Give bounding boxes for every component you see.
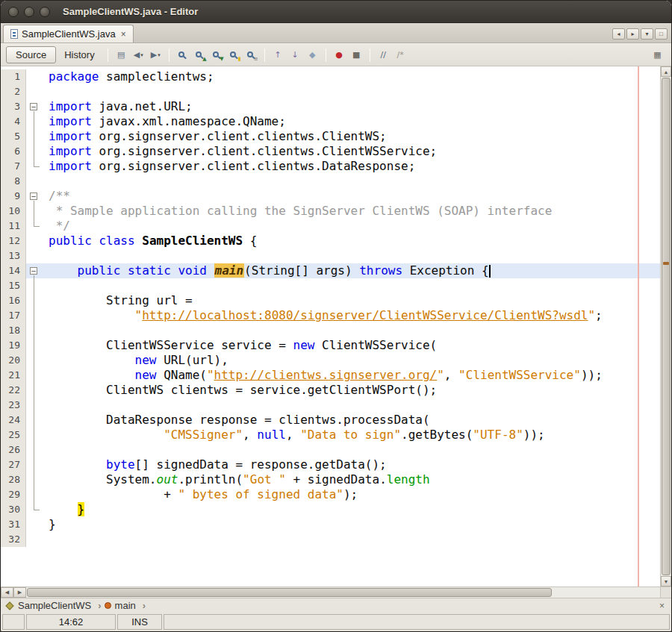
line-number[interactable]: 12 bbox=[1, 234, 26, 248]
code-line[interactable]: 25 "CMSSigner", null, "Data to sign".get… bbox=[1, 428, 660, 442]
code-line[interactable]: 21 new QName("http://clientws.signserver… bbox=[1, 368, 660, 383]
line-number[interactable]: 15 bbox=[1, 278, 26, 293]
source-view-button[interactable]: Source bbox=[6, 46, 56, 63]
code-line[interactable]: 10 * Sample application calling the Sign… bbox=[1, 204, 660, 219]
window-close-button[interactable] bbox=[8, 7, 19, 17]
next-bookmark-icon[interactable]: ↓ bbox=[287, 47, 304, 63]
comment-icon[interactable]: // bbox=[375, 47, 392, 63]
line-number[interactable]: 24 bbox=[1, 413, 26, 428]
line-number[interactable]: 23 bbox=[1, 398, 26, 413]
scroll-right-button[interactable]: ▶ bbox=[13, 587, 26, 598]
line-number[interactable]: 27 bbox=[1, 457, 26, 472]
code-line-text[interactable]: * Sample application calling the SignSer… bbox=[43, 204, 660, 219]
code-line-text[interactable]: */ bbox=[43, 219, 660, 234]
last-edited-icon[interactable]: ▤ bbox=[113, 47, 130, 63]
code-line-text[interactable]: ClientWSService service = new ClientWSSe… bbox=[43, 338, 660, 353]
toggle-highlight-search-icon[interactable]: ▮ bbox=[225, 47, 243, 63]
code-line[interactable]: 12public class SampleClientWS { bbox=[1, 234, 660, 248]
code-line-text[interactable]: import javax.xml.namespace.QName; bbox=[43, 114, 660, 129]
code-line-text[interactable]: DataResponse response = clientws.process… bbox=[43, 413, 660, 428]
titlebar[interactable]: SampleClientWS.java - Editor bbox=[1, 1, 671, 23]
find-next-occurrence-icon[interactable]: ▼ bbox=[208, 47, 225, 63]
tab-sampleclientws[interactable]: SampleClientWS.java × bbox=[3, 25, 134, 43]
scroll-up-button[interactable]: ▲ bbox=[661, 66, 671, 77]
scroll-tabs-right-button[interactable]: ▸ bbox=[626, 28, 639, 40]
code-line[interactable]: 26 bbox=[1, 442, 660, 457]
code-line-text[interactable]: new URL(url), bbox=[43, 353, 660, 368]
code-line-text[interactable]: /** bbox=[43, 189, 660, 204]
line-number[interactable]: 10 bbox=[1, 204, 26, 219]
line-number[interactable]: 19 bbox=[1, 338, 26, 353]
code-line[interactable]: 11 */ bbox=[1, 219, 660, 234]
code-line[interactable]: 19 ClientWSService service = new ClientW… bbox=[1, 338, 660, 353]
code-line-text[interactable]: "CMSSigner", null, "Data to sign".getByt… bbox=[43, 428, 660, 442]
code-line[interactable]: 2 bbox=[1, 84, 660, 99]
line-number[interactable]: 7 bbox=[1, 159, 26, 174]
code-line[interactable]: 20 new URL(url), bbox=[1, 353, 660, 368]
code-line-text[interactable]: import org.signserver.client.clientws.Cl… bbox=[43, 144, 660, 159]
find-previous-occurrence-icon[interactable]: ▲ bbox=[191, 47, 208, 63]
breadcrumb-close-icon[interactable]: × bbox=[659, 601, 665, 611]
code-line[interactable]: 7import org.signserver.client.clientws.D… bbox=[1, 159, 660, 174]
line-number[interactable]: 4 bbox=[1, 114, 26, 129]
scroll-left-button[interactable]: ◀ bbox=[1, 587, 13, 598]
code-line-text[interactable]: + " bytes of signed data"); bbox=[43, 487, 660, 502]
breadcrumb-class[interactable]: SampleClientWS › bbox=[5, 600, 105, 611]
line-number[interactable]: 20 bbox=[1, 353, 26, 368]
fold-toggle-icon[interactable]: − bbox=[30, 103, 37, 110]
vertical-scroll-track[interactable] bbox=[662, 78, 671, 575]
line-number[interactable]: 8 bbox=[1, 174, 26, 189]
line-number[interactable]: 13 bbox=[1, 248, 26, 263]
code-line[interactable]: 22 ClientWS clientws = service.getClient… bbox=[1, 383, 660, 398]
code-line[interactable]: 28 System.out.println("Got " + signedDat… bbox=[1, 472, 660, 487]
code-line[interactable]: 29 + " bytes of signed data"); bbox=[1, 487, 660, 502]
code-line[interactable]: 17 "http://localhost:8080/signserver/Cli… bbox=[1, 308, 660, 323]
fold-toggle-icon[interactable]: − bbox=[30, 193, 37, 200]
line-number[interactable]: 9 bbox=[1, 189, 26, 204]
code-line[interactable]: 27 byte[] signedData = response.getData(… bbox=[1, 457, 660, 472]
code-line[interactable]: 18 bbox=[1, 323, 660, 338]
line-number[interactable]: 6 bbox=[1, 144, 26, 159]
code-line[interactable]: 6import org.signserver.client.clientws.C… bbox=[1, 144, 660, 159]
code-line-text[interactable]: System.out.println("Got " + signedData.l… bbox=[43, 472, 660, 487]
code-line-text[interactable]: import java.net.URL; bbox=[43, 99, 660, 114]
line-number[interactable]: 32 bbox=[1, 532, 26, 547]
code-line[interactable]: 15 bbox=[1, 278, 660, 293]
code-line-text[interactable]: } bbox=[43, 502, 660, 517]
code-line-text[interactable]: byte[] signedData = response.getData(); bbox=[43, 457, 660, 472]
code-line-text[interactable]: "http://localhost:8080/signserver/Client… bbox=[43, 308, 660, 323]
code-line-text[interactable]: public class SampleClientWS { bbox=[43, 234, 660, 248]
code-line-text[interactable]: } bbox=[43, 517, 660, 532]
code-line[interactable]: 16 String url = bbox=[1, 293, 660, 308]
forward-icon[interactable]: ▶▾ bbox=[147, 47, 164, 63]
code-line[interactable]: 14− public static void main(String[] arg… bbox=[1, 263, 660, 278]
code-line[interactable]: 23 bbox=[1, 398, 660, 413]
line-number[interactable]: 25 bbox=[1, 428, 26, 442]
code-line-text[interactable] bbox=[43, 532, 660, 547]
code-line[interactable]: 30 } bbox=[1, 502, 660, 517]
stop-macro-recording-icon[interactable]: ■ bbox=[348, 47, 365, 63]
code-line-text[interactable]: String url = bbox=[43, 293, 660, 308]
code-line[interactable]: 3−import java.net.URL; bbox=[1, 99, 660, 114]
line-number[interactable]: 21 bbox=[1, 368, 26, 383]
horizontal-scrollbar[interactable]: ◀ ▶ bbox=[1, 586, 671, 598]
code-line-text[interactable] bbox=[43, 442, 660, 457]
line-number[interactable]: 22 bbox=[1, 383, 26, 398]
line-number[interactable]: 14 bbox=[1, 263, 26, 278]
line-number[interactable]: 5 bbox=[1, 129, 26, 144]
code-line-text[interactable] bbox=[43, 278, 660, 293]
code-line-text[interactable]: package sampleclientws; bbox=[43, 69, 660, 84]
code-line[interactable]: 8 bbox=[1, 174, 660, 189]
code-line[interactable]: 4import javax.xml.namespace.QName; bbox=[1, 114, 660, 129]
select-in-document-icon[interactable]: ≡ bbox=[243, 47, 260, 63]
tab-close-icon[interactable]: × bbox=[121, 29, 126, 40]
code-line-text[interactable]: public static void main(String[] args) t… bbox=[43, 263, 660, 278]
line-number[interactable]: 31 bbox=[1, 517, 26, 532]
code-line[interactable]: 32 bbox=[1, 532, 660, 547]
line-number[interactable]: 29 bbox=[1, 487, 26, 502]
code-line[interactable]: 13 bbox=[1, 248, 660, 263]
line-number[interactable]: 28 bbox=[1, 472, 26, 487]
line-number[interactable]: 30 bbox=[1, 502, 26, 517]
code-line[interactable]: 1package sampleclientws; bbox=[1, 69, 660, 84]
code-line-text[interactable]: new QName("http://clientws.signserver.or… bbox=[43, 368, 660, 383]
